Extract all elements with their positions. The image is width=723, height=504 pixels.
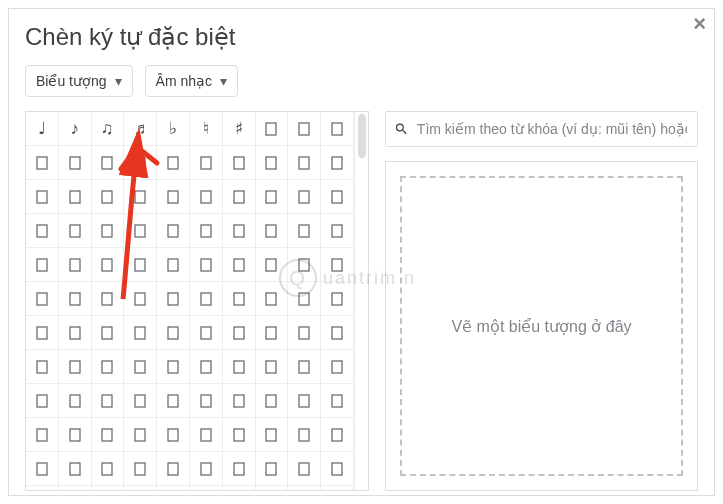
character-cell[interactable]	[256, 452, 289, 486]
character-cell[interactable]	[288, 452, 321, 486]
character-cell[interactable]	[157, 180, 190, 214]
character-cell[interactable]	[157, 214, 190, 248]
character-cell[interactable]	[321, 418, 354, 452]
character-cell[interactable]	[92, 384, 125, 418]
character-cell[interactable]	[26, 282, 59, 316]
character-cell[interactable]	[223, 486, 256, 491]
character-cell[interactable]	[223, 350, 256, 384]
character-cell[interactable]	[26, 384, 59, 418]
character-cell[interactable]	[190, 316, 223, 350]
character-cell[interactable]	[124, 452, 157, 486]
character-cell[interactable]	[223, 418, 256, 452]
character-cell[interactable]	[223, 180, 256, 214]
character-cell[interactable]	[256, 418, 289, 452]
character-cell[interactable]	[288, 180, 321, 214]
character-cell[interactable]	[321, 214, 354, 248]
character-cell[interactable]	[26, 248, 59, 282]
character-cell[interactable]	[256, 384, 289, 418]
character-cell[interactable]	[59, 282, 92, 316]
character-cell[interactable]	[157, 146, 190, 180]
character-cell[interactable]	[124, 248, 157, 282]
character-cell[interactable]	[288, 146, 321, 180]
character-cell[interactable]	[190, 180, 223, 214]
character-cell[interactable]	[157, 350, 190, 384]
character-cell[interactable]	[223, 282, 256, 316]
character-cell[interactable]	[124, 180, 157, 214]
character-cell[interactable]	[321, 146, 354, 180]
character-cell[interactable]	[288, 214, 321, 248]
character-cell[interactable]	[223, 248, 256, 282]
character-cell[interactable]	[26, 214, 59, 248]
character-cell[interactable]	[190, 248, 223, 282]
character-cell[interactable]: ♯	[223, 112, 256, 146]
character-cell[interactable]	[157, 486, 190, 491]
character-cell[interactable]	[288, 486, 321, 491]
character-cell[interactable]	[321, 486, 354, 491]
character-cell[interactable]	[190, 418, 223, 452]
character-cell[interactable]	[92, 486, 125, 491]
character-cell[interactable]	[321, 180, 354, 214]
character-cell[interactable]	[157, 316, 190, 350]
grid-scrollbar[interactable]	[354, 112, 368, 490]
character-cell[interactable]	[321, 452, 354, 486]
character-cell[interactable]	[288, 282, 321, 316]
character-cell[interactable]	[223, 452, 256, 486]
character-cell[interactable]	[288, 418, 321, 452]
character-cell[interactable]	[288, 112, 321, 146]
character-cell[interactable]	[256, 316, 289, 350]
character-cell[interactable]	[124, 384, 157, 418]
category-dropdown[interactable]: Biểu tượng ▾	[25, 65, 133, 97]
character-cell[interactable]	[256, 248, 289, 282]
character-cell[interactable]	[256, 282, 289, 316]
scrollbar-thumb[interactable]	[358, 114, 366, 158]
character-cell[interactable]	[59, 214, 92, 248]
character-cell[interactable]	[256, 214, 289, 248]
character-cell[interactable]	[321, 350, 354, 384]
character-cell[interactable]	[59, 418, 92, 452]
character-cell[interactable]	[26, 316, 59, 350]
character-cell[interactable]	[157, 452, 190, 486]
close-button[interactable]: ×	[693, 13, 706, 35]
character-cell[interactable]	[288, 350, 321, 384]
character-cell[interactable]	[59, 486, 92, 491]
character-cell[interactable]	[92, 214, 125, 248]
character-cell[interactable]	[190, 282, 223, 316]
character-cell[interactable]	[288, 384, 321, 418]
character-cell[interactable]	[256, 112, 289, 146]
character-cell[interactable]	[321, 282, 354, 316]
character-cell[interactable]	[157, 282, 190, 316]
character-cell[interactable]	[26, 180, 59, 214]
character-cell[interactable]	[288, 316, 321, 350]
character-cell[interactable]	[288, 248, 321, 282]
character-cell[interactable]	[190, 384, 223, 418]
character-cell[interactable]	[59, 350, 92, 384]
character-cell[interactable]	[59, 452, 92, 486]
character-cell[interactable]	[59, 146, 92, 180]
character-cell[interactable]	[92, 146, 125, 180]
character-cell[interactable]	[190, 146, 223, 180]
draw-area[interactable]: Vẽ một biểu tượng ở đây	[400, 176, 683, 476]
character-cell[interactable]	[92, 282, 125, 316]
character-cell[interactable]	[124, 418, 157, 452]
character-cell[interactable]: ♫	[92, 112, 125, 146]
character-cell[interactable]	[321, 316, 354, 350]
character-cell[interactable]	[190, 452, 223, 486]
search-box[interactable]	[385, 111, 698, 147]
character-cell[interactable]	[26, 418, 59, 452]
character-cell[interactable]	[124, 214, 157, 248]
character-cell[interactable]	[157, 418, 190, 452]
character-cell[interactable]	[223, 316, 256, 350]
character-cell[interactable]	[190, 486, 223, 491]
character-cell[interactable]	[256, 146, 289, 180]
search-input[interactable]	[415, 120, 689, 138]
character-cell[interactable]	[190, 214, 223, 248]
character-cell[interactable]	[26, 350, 59, 384]
character-cell[interactable]	[124, 282, 157, 316]
character-cell[interactable]	[256, 486, 289, 491]
character-cell[interactable]: ♩	[26, 112, 59, 146]
character-cell[interactable]	[59, 180, 92, 214]
character-cell[interactable]	[124, 316, 157, 350]
character-cell[interactable]	[26, 452, 59, 486]
character-cell[interactable]	[157, 248, 190, 282]
character-cell[interactable]	[223, 384, 256, 418]
